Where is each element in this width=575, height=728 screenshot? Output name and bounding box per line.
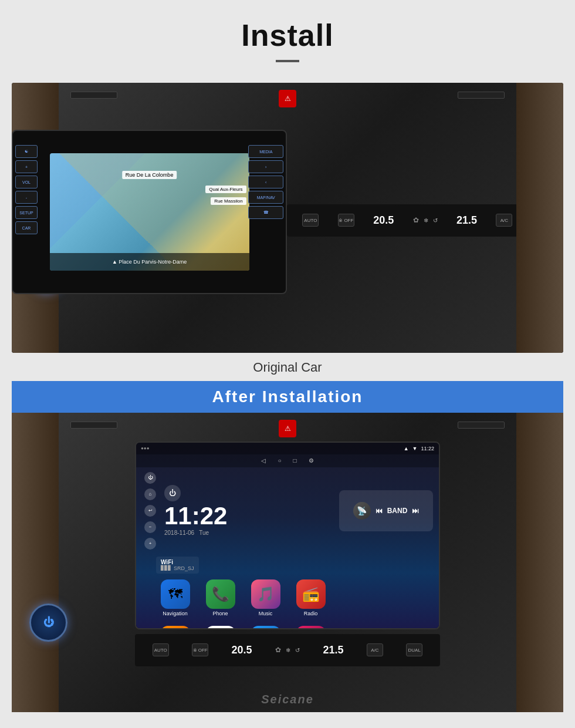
sidebar-home-icon[interactable]: ⌂	[144, 488, 156, 500]
date-value: 2018-11-06	[164, 530, 194, 536]
sidebar-vol-up-icon[interactable]: +	[144, 538, 156, 550]
app-navigation[interactable]: 🗺 Navigation	[156, 579, 194, 616]
mapnav-btn[interactable]: MAP/NAV	[248, 191, 283, 204]
status-time: 11:22	[421, 446, 434, 451]
after-ac-btn[interactable]: A/C	[367, 643, 383, 656]
off-btn[interactable]: ※ OFF	[338, 214, 354, 227]
status-bar-left: ●●●	[141, 446, 150, 451]
settings-nav-btn[interactable]: ⚙	[309, 457, 314, 464]
carsetting-app-icon: 🚗	[296, 626, 326, 628]
signal-bars-icon: ▊▊▊	[161, 565, 171, 571]
header-section: Install	[0, 0, 575, 83]
clock-time: 11:22	[164, 504, 333, 528]
apps-grid-row1: 🗺 Navigation 📞 Phone	[136, 576, 439, 620]
wifi-signal-row: ▊▊▊ SRD_SJ	[161, 565, 194, 571]
after-auto-btn[interactable]: AUTO	[153, 643, 169, 656]
after-headunit-wrapper: ●●● ▲ ▼ 11:22 ◁ ○ □	[135, 459, 440, 666]
radio-broadcast-icon: 📡	[353, 502, 371, 520]
vent-slot	[458, 422, 505, 429]
wifi-info-box: WiFi ▊▊▊ SRD_SJ	[156, 557, 199, 574]
app-phone[interactable]: 📞 Phone	[201, 579, 239, 616]
nav-icon-btn[interactable]: ☯	[15, 145, 38, 158]
vent-slot	[70, 92, 117, 99]
ac-btn[interactable]: A/C	[496, 214, 512, 227]
phone-app-icon: 📞	[206, 579, 235, 609]
android-screen: ●●● ▲ ▼ 11:22 ◁ ○ □	[136, 443, 439, 628]
recent-nav-btn[interactable]: □	[293, 457, 297, 464]
vent-right	[458, 92, 505, 99]
place-label: ▲ Place Du Parvis-Notre-Dame	[112, 259, 187, 265]
music-app-label: Music	[259, 611, 273, 616]
after-snowflake-icon: ❄	[286, 647, 290, 653]
back-nav-btn[interactable]: ◁	[261, 457, 266, 464]
apps-grid-row2: 🎵 BT Music C	[136, 622, 439, 628]
clock-block: ⏻ 11:22 2018-11-06 Tue	[164, 485, 333, 536]
temp-right: 21.5	[456, 214, 477, 227]
wifi-ssid-label: SRD_SJ	[174, 565, 194, 571]
android-sidebar: ⏻ ⌂ ↩ − +	[142, 472, 158, 550]
phone-btn[interactable]: ☎	[248, 206, 283, 219]
prev-track-btn[interactable]: ⏮	[376, 507, 383, 515]
back-btn[interactable]: ‹	[248, 176, 283, 188]
app-carsetting[interactable]: 🚗 CarSetting	[292, 626, 330, 628]
vol-plus-btn[interactable]: +	[15, 160, 38, 173]
after-interior-right-panel	[516, 413, 563, 712]
after-climate-icons: ✿ ❄ ↺	[275, 646, 300, 654]
fan-icon: ✿	[413, 216, 419, 224]
interior-right-panel	[516, 83, 563, 353]
sidebar-power-icon[interactable]: ⏻	[144, 472, 156, 484]
sidebar-vol-down-icon[interactable]: −	[144, 521, 156, 533]
android-nav-bar: ◁ ○ □ ⚙	[136, 454, 439, 467]
media-btn[interactable]: MEDIA	[248, 145, 283, 158]
app-btmusic[interactable]: 🎵 BT Music	[156, 626, 194, 628]
after-off-btn[interactable]: ※ OFF	[192, 643, 208, 656]
after-power-button[interactable]: ⏻	[29, 604, 67, 642]
music-icon-symbol: 🎵	[257, 586, 275, 602]
navigation-app-label: Navigation	[163, 611, 188, 616]
power-circle-btn[interactable]: ⏻	[164, 485, 181, 501]
original-car-section: ⚠ ⏻ ☯ + VOL - SETUP C	[12, 83, 563, 381]
car-btn[interactable]: CAR	[15, 221, 38, 234]
video-app-icon: 🎬	[251, 626, 280, 628]
clock-date: 2018-11-06 Tue	[164, 530, 333, 536]
setup-btn[interactable]: SETUP	[15, 206, 38, 219]
auto-preset-btn[interactable]: AUTO	[302, 214, 319, 227]
left-buttons: ☯ + VOL - SETUP CAR	[13, 143, 40, 237]
clock-section: ⏻ ⌂ ↩ − + ⏻ 11:22	[136, 467, 439, 554]
after-installation-section: After Installation ⚠ ⏻	[12, 381, 563, 712]
recycle-icon: ↺	[433, 217, 438, 224]
app-chrome[interactable]: Chrome	[201, 626, 239, 628]
vol-minus-btn[interactable]: -	[15, 191, 38, 204]
status-bar-right: ▲ ▼ 11:22	[404, 446, 434, 451]
temp-left: 20.5	[373, 214, 394, 227]
navigation-app-icon: 🗺	[161, 579, 190, 609]
watermark: Seicane	[261, 693, 314, 706]
forward-btn[interactable]: ›	[248, 160, 283, 173]
app-radio[interactable]: 📻 Radio	[292, 579, 330, 616]
original-dashboard: ⚠ ⏻ ☯ + VOL - SETUP C	[12, 83, 563, 353]
after-dual-btn[interactable]: DUAL	[406, 643, 422, 656]
app-music[interactable]: 🎵 Music	[246, 579, 285, 616]
navigation-screen: Rue De La Colombe Quai Aux-Fleurs Rue Ma…	[50, 153, 249, 271]
radio-band-display: ⏮ BAND ⏭	[376, 507, 420, 515]
radio-app-label: Radio	[304, 611, 318, 616]
sidebar-back-icon[interactable]: ↩	[144, 505, 156, 517]
app-video[interactable]: 🎬 Video	[246, 626, 285, 628]
page-title: Install	[0, 18, 575, 53]
hazard-button[interactable]: ⚠	[279, 90, 296, 107]
music-app-icon: 🎵	[251, 579, 280, 609]
original-headunit: ☯ + VOL - SETUP CAR Rue De La Colombe Qu…	[12, 130, 287, 294]
band-label: BAND	[387, 507, 408, 515]
next-track-btn[interactable]: ⏭	[412, 507, 419, 515]
after-interior-left-panel	[12, 413, 59, 712]
after-hazard-button[interactable]: ⚠	[279, 420, 296, 437]
home-nav-btn[interactable]: ○	[278, 457, 281, 464]
original-car-label: Original Car	[12, 353, 563, 381]
after-fan-icon: ✿	[275, 646, 281, 654]
day-value: Tue	[199, 530, 209, 536]
snowflake-icon: ❄	[424, 217, 428, 224]
vent-slot	[458, 92, 505, 99]
street-label-2: Quai Aux-Fleurs	[205, 186, 246, 193]
status-indicator: ●●●	[141, 446, 150, 451]
after-vent-right	[458, 422, 505, 429]
